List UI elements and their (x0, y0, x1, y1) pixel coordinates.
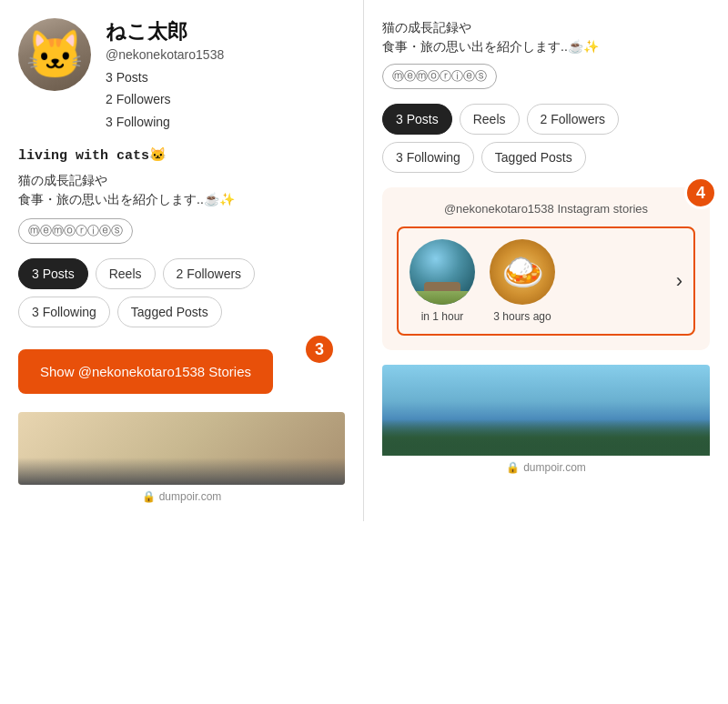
memories-label: ⓜⓔⓜⓞⓡⓘⓔⓢ (28, 223, 123, 239)
tab-posts[interactable]: 3 Posts (18, 258, 88, 289)
chevron-right-icon[interactable]: › (676, 269, 682, 293)
bio-tagline: living with cats🐱 (18, 146, 345, 164)
lock-icon: 🔒 (142, 490, 156, 503)
footer-right-label: dumpoir.com (523, 461, 586, 474)
story-section: Show @nekonekotaro1538 Stories 3 (18, 349, 345, 394)
footer-left: 🔒 dumpoir.com (18, 490, 345, 503)
tab-tagged[interactable]: Tagged Posts (117, 297, 222, 327)
story-time-2: 3 hours ago (493, 310, 551, 323)
story-thumbnail-2[interactable] (490, 239, 555, 305)
footer-right: 🔒 dumpoir.com (382, 461, 710, 474)
bio-section: living with cats🐱 猫の成長記録や 食事・旅の思い出を紹介します… (18, 146, 345, 258)
show-stories-button[interactable]: Show @nekonekotaro1538 Stories (18, 349, 273, 394)
bottom-preview-image-left (18, 412, 345, 485)
footer-left-label: dumpoir.com (159, 490, 222, 503)
story-item-2: 3 hours ago (490, 239, 555, 323)
right-tabs-row-1: 3 Posts Reels 2 Followers (382, 104, 710, 135)
right-tab-tagged[interactable]: Tagged Posts (481, 142, 586, 173)
tab-following[interactable]: 3 Following (18, 297, 110, 327)
posts-stat: 3 Posts (106, 67, 224, 87)
tabs-row-2: 3 Following Tagged Posts (18, 297, 345, 327)
tab-followers[interactable]: 2 Followers (163, 258, 256, 289)
badge-3: 3 (303, 333, 336, 366)
lock-icon-right: 🔒 (506, 461, 520, 474)
right-bio-text: 猫の成長記録や 食事・旅の思い出を紹介します..☕✨ (382, 18, 710, 56)
right-memories-badge: ⓜⓔⓜⓞⓡⓘⓔⓢ (382, 64, 497, 89)
story-thumbnail-1[interactable] (410, 239, 475, 305)
right-tab-reels[interactable]: Reels (460, 104, 520, 135)
profile-info: ねこ太郎 @nekonekotaro1538 3 Posts 2 Followe… (106, 18, 224, 132)
story-items: in 1 hour 3 hours ago (410, 239, 665, 323)
right-panel: 猫の成長記録や 食事・旅の思い出を紹介します..☕✨ ⓜⓔⓜⓞⓡⓘⓔⓢ 3 Po… (364, 0, 728, 521)
stories-card-title: @nekonekotaro1538 Instagram stories (397, 202, 695, 216)
bio-text: 猫の成長記録や 食事・旅の思い出を紹介します..☕✨ (18, 171, 345, 209)
stories-card: 4 @nekonekotaro1538 Instagram stories in… (382, 187, 710, 350)
badge-4: 4 (684, 176, 717, 209)
bottom-preview-image-right (382, 365, 710, 456)
right-memories-label: ⓜⓔⓜⓞⓡⓘⓔⓢ (392, 68, 487, 85)
right-tab-followers[interactable]: 2 Followers (527, 104, 620, 135)
followers-stat: 2 Followers (106, 89, 224, 109)
following-stat: 3 Following (106, 112, 224, 132)
tabs-row: 3 Posts Reels 2 Followers (18, 258, 345, 289)
right-tab-following[interactable]: 3 Following (382, 142, 474, 173)
stories-inner: in 1 hour 3 hours ago › (397, 226, 695, 336)
story-item-1: in 1 hour (410, 239, 475, 323)
story-time-1: in 1 hour (421, 310, 464, 323)
left-panel: ねこ太郎 @nekonekotaro1538 3 Posts 2 Followe… (0, 0, 364, 521)
right-tabs-row-2: 3 Following Tagged Posts (382, 142, 710, 173)
tab-reels[interactable]: Reels (96, 258, 156, 289)
username: @nekonekotaro1538 (106, 47, 224, 62)
profile-header: ねこ太郎 @nekonekotaro1538 3 Posts 2 Followe… (18, 18, 345, 132)
right-tab-posts[interactable]: 3 Posts (382, 104, 452, 135)
memories-badge: ⓜⓔⓜⓞⓡⓘⓔⓢ (18, 218, 133, 244)
avatar (18, 18, 91, 91)
display-name: ねこ太郎 (106, 18, 224, 45)
